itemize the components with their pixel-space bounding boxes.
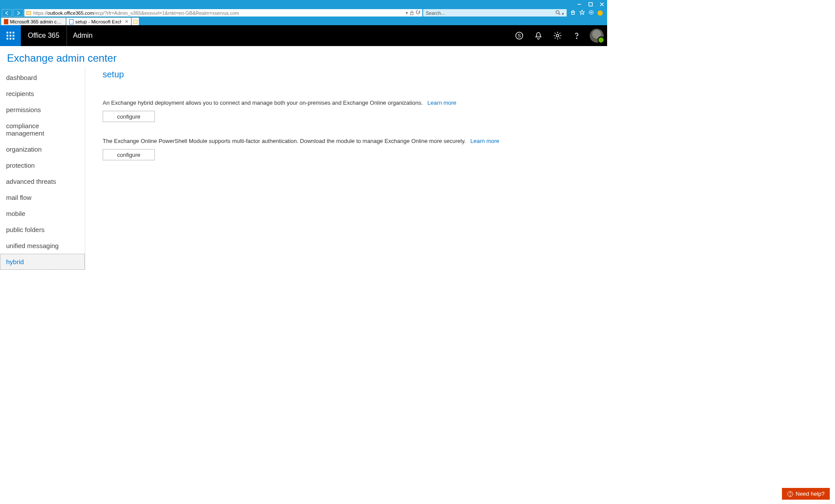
svg-rect-5 [411,13,413,15]
sidebar-item-mail-flow[interactable]: mail flow [0,189,85,206]
search-icon[interactable]: ▾ [555,10,564,16]
favorites-icon[interactable] [579,9,585,17]
browser-navbar: https://outlook.office365.com/ecp/?rfr=A… [0,9,607,17]
tab-close-button[interactable]: ✕ [125,19,128,24]
svg-rect-4 [27,11,31,15]
sidebar-item-advanced-threats[interactable]: advanced threats [0,173,85,189]
sidebar-item-permissions[interactable]: permissions [0,102,85,118]
svg-text:S: S [518,33,521,38]
url-protocol: https:// [33,10,47,16]
new-tab-button[interactable] [131,17,139,25]
tools-icon[interactable] [588,9,594,17]
configure-hybrid-button[interactable]: configure [103,111,155,122]
app-launcher[interactable] [0,25,21,46]
svg-rect-1 [589,3,592,6]
feedback-icon[interactable] [598,10,603,16]
tab-label: setup - Microsoft Exchange [75,19,121,24]
sidebar-item-compliance[interactable]: compliance management [0,118,85,141]
forward-button[interactable] [13,9,23,17]
learn-more-link[interactable]: Learn more [471,138,499,144]
blank-page-icon [133,20,137,24]
url-right-icons: ▾ [406,10,421,16]
suite-app-name[interactable]: Admin [67,25,99,46]
hybrid-deployment-section: An Exchange hybrid deployment allows you… [103,99,594,122]
eac-sidebar: dashboard recipients permissions complia… [0,67,85,270]
sidebar-item-dashboard[interactable]: dashboard [0,70,85,86]
sidebar-item-public-folders[interactable]: public folders [0,222,85,238]
browser-tabbar: Microsoft 365 admin center - ... setup -… [0,17,607,25]
minimize-button[interactable] [577,2,582,7]
section-text: The Exchange Online PowerShell Module su… [103,138,466,144]
svg-rect-8 [572,12,574,14]
svg-point-11 [591,12,592,13]
help-button[interactable] [567,25,586,46]
user-avatar[interactable] [590,29,604,43]
svg-point-6 [556,10,559,13]
settings-button[interactable] [548,25,567,46]
waffle-icon [7,32,14,40]
window-titlebar [0,0,607,9]
address-bar[interactable]: https://outlook.office365.com/ecp/?rfr=A… [24,9,422,17]
tab-exchange-setup[interactable]: setup - Microsoft Exchange ✕ [66,17,131,25]
home-icon[interactable] [570,9,576,17]
lock-icon [410,11,414,15]
sidebar-item-hybrid[interactable]: hybrid [0,254,85,270]
close-button[interactable] [599,2,605,7]
dropdown-icon[interactable]: ▾ [406,10,408,15]
configure-powershell-button[interactable]: configure [103,149,155,160]
browser-search-box[interactable]: Search... ▾ [423,9,567,17]
notifications-button[interactable] [529,25,548,46]
page-title: Exchange admin center [7,52,607,64]
back-button[interactable] [2,9,12,17]
sidebar-item-recipients[interactable]: recipients [0,86,85,102]
sidebar-item-protection[interactable]: protection [0,157,85,173]
svg-marker-9 [580,10,584,15]
skype-button[interactable]: S [510,25,529,46]
main-content: setup An Exchange hybrid deployment allo… [85,67,607,270]
tab-favicon [4,19,8,24]
svg-point-14 [556,34,559,37]
suite-brand[interactable]: Office 365 [21,25,67,46]
learn-more-link[interactable]: Learn more [428,99,456,106]
tab-label: Microsoft 365 admin center - ... [10,19,63,24]
browser-right-icons [568,9,605,17]
svg-point-15 [576,38,577,39]
url-host: outlook.office365.com [47,10,94,16]
tab-favicon [69,19,73,24]
svg-line-7 [559,13,560,15]
section-text: An Exchange hybrid deployment allows you… [103,99,423,106]
url-path: /ecp/?rfr=Admin_o365&exsvurl=1&mkt=en-GB… [94,10,239,16]
powershell-module-section: The Exchange Online PowerShell Module su… [103,137,594,160]
refresh-button[interactable] [416,10,421,16]
svg-point-10 [589,10,593,14]
o365-suite-bar: Office 365 Admin S [0,25,607,46]
sidebar-item-unified-messaging[interactable]: unified messaging [0,238,85,254]
maximize-button[interactable] [588,2,593,7]
tab-m365-admin[interactable]: Microsoft 365 admin center - ... [1,17,66,25]
eac-header: Exchange admin center [0,46,607,67]
search-placeholder: Search... [426,10,445,16]
site-icon [26,10,31,16]
content-heading: setup [103,70,594,80]
sidebar-item-mobile[interactable]: mobile [0,206,85,222]
sidebar-item-organization[interactable]: organization [0,141,85,157]
